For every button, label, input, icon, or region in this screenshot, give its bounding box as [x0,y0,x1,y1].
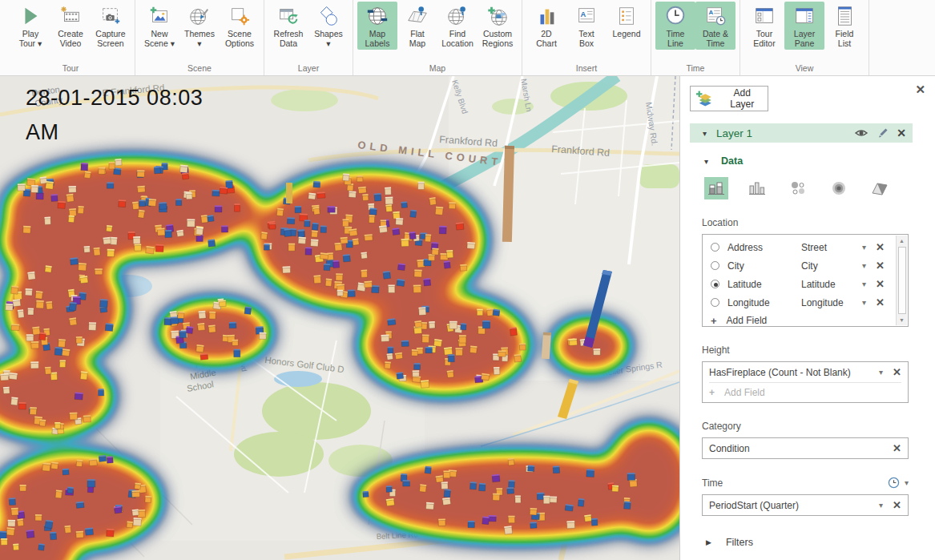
capture-screen-icon [99,4,123,28]
time-line-icon [663,4,687,28]
location-field-value[interactable]: City [801,260,862,272]
group-label-insert: Insert [526,62,647,75]
new-scene-button[interactable]: New Scene ▾ [139,2,179,50]
filters-label: Filters [726,537,753,548]
location-field-value[interactable]: Latitude [801,279,862,290]
clock-icon[interactable] [888,477,900,489]
time-label: Time [702,477,888,489]
scroll-thumb[interactable] [898,247,906,314]
ribbon: Play Tour ▾ Create Video [0,0,935,76]
ribbon-group-view: Tour Editor Layer Pane [740,0,869,75]
close-icon[interactable]: ✕ [915,83,925,97]
collapse-layer-icon[interactable]: ▾ [703,129,707,138]
location-scrollbar[interactable]: ▲ ▼ [896,236,907,325]
chevron-down-icon[interactable]: ▾ [879,501,883,510]
filters-section[interactable]: ▶ Filters [706,537,935,548]
heatmap-viz-button[interactable] [827,177,851,199]
time-field-box: PeriodStart (Quarter) ▾ ✕ [702,494,909,516]
find-location-button[interactable]: Find Location [437,2,478,50]
group-label-map: Map [357,62,518,75]
flat-map-button[interactable]: Flat Map [397,2,437,50]
2d-chart-button[interactable]: 2D Chart [526,2,566,50]
date-time-button[interactable]: A Date & Time [695,2,736,50]
location-row: CityCity▾✕ [711,256,895,275]
time-section-header: Time ▾ [702,477,909,489]
layer-header[interactable]: ▾ Layer 1 ✕ [690,123,913,143]
scroll-up-icon[interactable]: ▲ [899,236,905,246]
location-field-value[interactable]: Street [801,242,862,253]
time-field-value[interactable]: PeriodStart (Quarter) [709,500,879,511]
height-add-field[interactable]: Add Field [724,387,901,398]
remove-field-icon[interactable]: ✕ [876,241,885,253]
visualization-type-row [704,177,935,199]
ribbon-group-tour: Play Tour ▾ Create Video [6,0,135,75]
add-icon: + [711,315,717,327]
location-type-radio[interactable] [711,298,719,307]
location-type-radio[interactable] [711,280,719,288]
delete-layer-icon[interactable]: ✕ [897,127,906,139]
bubble-viz-button[interactable] [786,177,810,199]
refresh-data-button[interactable]: Refresh Data [268,2,308,50]
category-field-value[interactable]: Condition [709,443,883,454]
scene-options-button[interactable]: Scene Options [220,2,260,50]
layer-pane-icon [792,4,816,28]
svg-text:A: A [709,9,714,16]
add-layer-button[interactable]: Add Layer [690,86,768,111]
category-label: Category [702,421,935,432]
location-field-value[interactable]: Longitude [801,297,862,308]
group-label-time: Time [655,62,736,75]
tour-editor-icon [752,4,776,28]
tour-editor-button[interactable]: Tour Editor [744,2,784,50]
play-tour-button[interactable]: Play Tour ▾ [10,2,50,50]
chevron-down-icon[interactable]: ▾ [862,243,866,252]
scroll-down-icon[interactable]: ▼ [899,315,905,325]
remove-field-icon[interactable]: ✕ [876,278,885,290]
remove-time-field-icon[interactable]: ✕ [893,499,901,511]
shapes-button[interactable]: Shapes ▾ [308,2,349,50]
play-icon [18,4,42,28]
text-box-button[interactable]: A Text Box [566,2,607,50]
map-viewport[interactable]: DentonCountyE Frankford RdFrankford RdFr… [0,76,679,560]
expand-filters-icon[interactable]: ▶ [706,538,711,546]
custom-regions-button[interactable]: Custom Regions [478,2,518,50]
remove-field-icon[interactable]: ✕ [876,260,885,272]
clustered-column-viz-button[interactable] [745,177,769,199]
add-field-row[interactable]: +Add Field [711,312,895,329]
add-icon: + [709,387,715,398]
ribbon-group-scene: New Scene ▾ Themes ▾ [135,0,264,75]
remove-category-field-icon[interactable]: ✕ [893,442,901,454]
stacked-column-viz-button[interactable] [704,177,728,199]
location-row: LongitudeLongitude▾✕ [711,293,895,312]
remove-height-field-icon[interactable]: ✕ [893,366,901,378]
location-type-radio[interactable] [711,261,719,270]
themes-button[interactable]: Themes ▾ [179,2,220,50]
shapes-icon [316,4,341,28]
time-options-chevron-icon[interactable]: ▾ [905,478,909,487]
location-type-label: Address [727,242,801,253]
remove-field-icon[interactable]: ✕ [876,296,885,308]
height-field-value[interactable]: HasFireplace (Count - Not Blank) [709,367,879,378]
chevron-down-icon[interactable]: ▾ [862,298,866,307]
add-field-label: Add Field [727,315,768,326]
rename-pencil-icon[interactable] [877,127,889,139]
capture-screen-button[interactable]: Capture Screen [91,2,131,50]
chevron-down-icon[interactable]: ▾ [862,280,866,288]
data-section-header[interactable]: ▾ Data [704,155,935,167]
chevron-down-icon[interactable]: ▾ [879,368,883,377]
field-list-button[interactable]: Field List [824,2,864,50]
map-labels-icon [365,4,389,28]
time-line-button[interactable]: Time Line [655,2,695,50]
legend-icon [615,4,639,28]
location-type-radio[interactable] [711,243,719,252]
collapse-data-icon[interactable]: ▾ [704,157,708,166]
location-row: AddressStreet▾✕ [711,238,895,256]
custom-regions-icon [486,4,510,28]
map-labels-button[interactable]: Map Labels [357,2,397,50]
chevron-down-icon[interactable]: ▾ [862,261,866,270]
legend-button[interactable]: Legend [607,2,647,40]
category-field-box: Condition ✕ [702,437,909,459]
region-viz-button[interactable] [868,177,892,199]
create-video-button[interactable]: Create Video [50,2,91,50]
visibility-eye-icon[interactable] [854,127,869,139]
layer-pane-button[interactable]: Layer Pane [784,2,824,50]
